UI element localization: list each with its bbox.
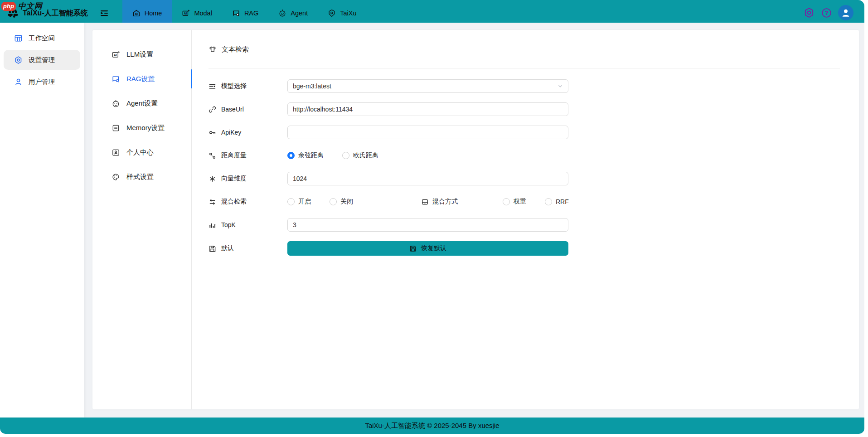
workspace-icon <box>14 34 23 43</box>
filter-icon <box>209 83 216 90</box>
shirt-icon <box>209 45 217 53</box>
radio-hybrid-off[interactable]: 关闭 <box>330 198 353 206</box>
field-label-text: 混合方式 <box>432 198 458 206</box>
api-key-input[interactable] <box>287 126 568 139</box>
menu-item-agent[interactable]: Agent设置 <box>92 91 191 116</box>
hybrid-mode-label: 混合方式 <box>421 198 458 206</box>
menu-item-label: 样式设置 <box>126 173 154 181</box>
vector-dim-input[interactable] <box>287 172 568 185</box>
model-select-value: bge-m3:latest <box>293 83 331 90</box>
sidebar-item-users[interactable]: 用户管理 <box>4 72 80 92</box>
menu-item-rag[interactable]: RAG设置 <box>92 67 191 91</box>
mode-icon <box>421 198 429 206</box>
nav-label: Home <box>145 10 162 17</box>
rag-icon <box>232 9 240 17</box>
hybrid-icon <box>209 198 216 206</box>
sidebar-item-workspace[interactable]: 工作空间 <box>4 28 80 48</box>
top-navbar: php 中文网 TaiXu-人工智能系统 <box>0 0 864 23</box>
key-icon <box>209 129 216 136</box>
radio-hybrid-on[interactable]: 开启 <box>287 198 311 206</box>
restore-default-label: 恢复默认 <box>421 244 446 252</box>
field-label-text: 距离度量 <box>221 151 247 160</box>
nav-label: RAG <box>244 10 258 17</box>
help-button[interactable]: ? <box>821 7 832 19</box>
section-title: 文本检索 <box>222 45 249 54</box>
field-label: 向量维度 <box>209 175 287 183</box>
menu-item-memory[interactable]: Memory设置 <box>92 116 191 140</box>
svg-text:AI: AI <box>114 53 117 57</box>
menu-item-label: 个人中心 <box>126 148 154 157</box>
base-url-input[interactable] <box>287 102 568 116</box>
field-label: 距离度量 <box>209 151 287 160</box>
api-key-row: ApiKey <box>209 126 840 139</box>
radio-dot <box>545 198 552 205</box>
llm-icon: AI <box>112 50 120 59</box>
hybrid-search-row: 混合检索 开启 关闭 <box>209 195 840 209</box>
save-icon <box>409 245 417 252</box>
nav-label: TaiXu <box>340 10 356 17</box>
field-label: ApiKey <box>209 129 287 136</box>
model-select-row: 模型选择 bge-m3:latest <box>209 79 840 93</box>
collapse-icon <box>100 9 109 18</box>
header-divider <box>209 68 840 68</box>
settings-card: AI LLM设置 <box>92 30 859 409</box>
modal-icon: AI <box>182 9 190 17</box>
sidebar-item-label: 用户管理 <box>29 78 55 86</box>
main-nav: Home AI Modal <box>122 0 367 23</box>
link-icon <box>209 106 216 113</box>
left-sidebar: 工作空间 设置管理 用户管理 <box>0 23 84 418</box>
nav-item-agent[interactable]: Agent <box>268 0 318 23</box>
svg-text:?: ? <box>825 10 829 16</box>
footer-text: TaiXu-人工智能系统 © 2025-2045 By xuesjie <box>365 422 499 430</box>
topk-input[interactable] <box>287 218 568 232</box>
model-select-dropdown[interactable]: bge-m3:latest <box>287 79 568 93</box>
radio-dot <box>287 198 295 205</box>
profile-icon <box>112 148 120 157</box>
radio-mode-rrf[interactable]: RRF <box>545 198 569 205</box>
app-body: 工作空间 设置管理 用户管理 <box>0 23 864 418</box>
radio-mode-weight[interactable]: 权重 <box>503 198 526 206</box>
app-window: php 中文网 TaiXu-人工智能系统 <box>0 0 864 434</box>
menu-item-style[interactable]: 样式设置 <box>92 165 191 189</box>
dimension-icon <box>209 175 216 183</box>
svg-text:AI: AI <box>184 12 187 15</box>
radio-dot <box>330 198 337 205</box>
navbar-actions: ? <box>803 0 864 23</box>
field-label-text: 模型选择 <box>221 82 247 90</box>
taixu-icon <box>328 9 336 17</box>
radio-cosine-distance[interactable]: 余弦距离 <box>287 151 324 160</box>
restore-default-button[interactable]: 恢复默认 <box>287 241 568 256</box>
topk-row: TopK <box>209 218 840 232</box>
chart-bars-icon <box>209 221 216 229</box>
nav-item-rag[interactable]: RAG <box>222 0 268 23</box>
menu-item-profile[interactable]: 个人中心 <box>92 140 191 165</box>
section-header: 文本检索 <box>209 43 840 56</box>
sidebar-item-label: 设置管理 <box>29 56 55 64</box>
field-label: 混合检索 <box>209 198 287 206</box>
radio-euclidean-distance[interactable]: 欧氏距离 <box>342 151 378 160</box>
menu-item-llm[interactable]: AI LLM设置 <box>92 42 191 67</box>
distance-icon <box>209 152 216 160</box>
save-icon <box>209 245 216 252</box>
nav-item-modal[interactable]: AI Modal <box>172 0 222 23</box>
field-label: BaseUrl <box>209 106 287 113</box>
sidebar-item-settings[interactable]: 设置管理 <box>4 50 80 70</box>
menu-item-label: RAG设置 <box>126 75 155 83</box>
user-avatar[interactable] <box>838 5 853 20</box>
chevron-down-icon <box>557 83 563 89</box>
php-logo-badge: php <box>1 2 16 11</box>
settings-gear-button[interactable] <box>803 7 815 19</box>
field-label-text: TopK <box>221 221 236 228</box>
nav-item-home[interactable]: Home <box>122 0 172 23</box>
sidebar-collapse-button[interactable] <box>88 0 109 23</box>
field-label-text: 默认 <box>221 244 234 252</box>
rag-icon <box>112 75 120 83</box>
watermark-label: 中文网 <box>18 1 43 11</box>
users-icon <box>14 78 23 86</box>
page-footer: TaiXu-人工智能系统 © 2025-2045 By xuesjie <box>0 418 864 434</box>
rag-settings-form: 文本检索 模型选择 <box>192 30 859 409</box>
field-label: 模型选择 <box>209 82 287 90</box>
field-label: 默认 <box>209 244 287 252</box>
nav-item-taixu[interactable]: TaiXu <box>318 0 366 23</box>
field-label-text: ApiKey <box>221 129 241 136</box>
